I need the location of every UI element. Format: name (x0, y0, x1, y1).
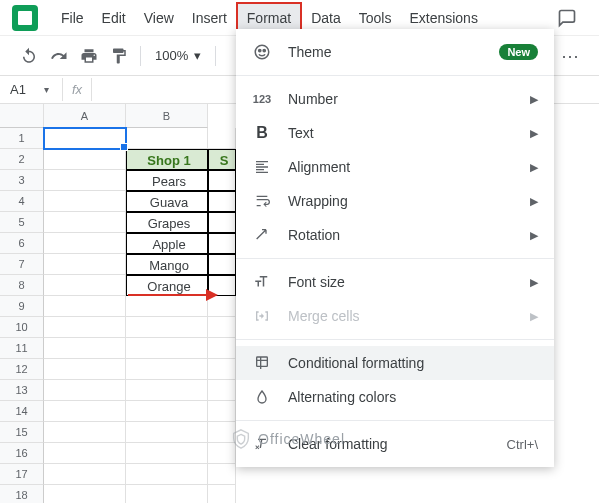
zoom-select[interactable]: 100%▾ (149, 48, 207, 63)
redo-icon[interactable] (46, 43, 72, 69)
row-header[interactable]: 1 (0, 128, 44, 149)
menu-number[interactable]: 123 Number ▶ (236, 82, 554, 116)
toolbar-more-icon[interactable]: ⋯ (561, 45, 581, 67)
menu-data[interactable]: Data (302, 4, 350, 32)
cell[interactable] (44, 485, 126, 503)
cell[interactable] (126, 128, 208, 149)
cell[interactable]: Orange (126, 275, 208, 296)
row-header[interactable]: 6 (0, 233, 44, 254)
cell[interactable]: Pears (126, 170, 208, 191)
cell[interactable] (126, 380, 208, 401)
cell[interactable] (208, 191, 236, 212)
cell[interactable] (208, 485, 236, 503)
menu-view[interactable]: View (135, 4, 183, 32)
cell[interactable] (126, 296, 208, 317)
column-header[interactable]: B (126, 104, 208, 128)
cell[interactable] (126, 443, 208, 464)
menu-tools[interactable]: Tools (350, 4, 401, 32)
cell[interactable] (208, 254, 236, 275)
menu-divider (236, 258, 554, 259)
paint-format-icon[interactable] (106, 43, 132, 69)
cell[interactable] (44, 443, 126, 464)
chevron-down-icon[interactable]: ▾ (44, 84, 62, 95)
cell[interactable] (208, 317, 236, 338)
menu-edit[interactable]: Edit (93, 4, 135, 32)
select-all-corner[interactable] (0, 104, 44, 128)
row-header[interactable]: 5 (0, 212, 44, 233)
row-header[interactable]: 13 (0, 380, 44, 401)
cell[interactable] (44, 128, 126, 149)
cell[interactable] (126, 317, 208, 338)
name-box[interactable]: A1 (0, 82, 44, 97)
cell[interactable] (44, 464, 126, 485)
cell[interactable] (44, 359, 126, 380)
menu-extensions[interactable]: Extensions (400, 4, 486, 32)
cell[interactable] (44, 254, 126, 275)
row-header[interactable]: 14 (0, 401, 44, 422)
cell[interactable] (126, 359, 208, 380)
cell[interactable] (208, 464, 236, 485)
cell[interactable] (44, 233, 126, 254)
red-arrow-annotation (128, 294, 216, 296)
cell[interactable] (44, 338, 126, 359)
row-header[interactable]: 7 (0, 254, 44, 275)
menu-alternating-colors[interactable]: Alternating colors (236, 380, 554, 414)
cell[interactable] (44, 191, 126, 212)
cell[interactable] (208, 338, 236, 359)
cell[interactable] (126, 464, 208, 485)
cell[interactable] (44, 149, 126, 170)
row-header[interactable]: 3 (0, 170, 44, 191)
comment-icon[interactable] (555, 6, 579, 30)
row-header[interactable]: 2 (0, 149, 44, 170)
print-icon[interactable] (76, 43, 102, 69)
row-header[interactable]: 4 (0, 191, 44, 212)
menu-fontsize[interactable]: Font size ▶ (236, 265, 554, 299)
cell[interactable] (44, 380, 126, 401)
menu-theme[interactable]: Theme New (236, 35, 554, 69)
menu-conditional-formatting[interactable]: Conditional formatting (236, 346, 554, 380)
cell[interactable]: Apple (126, 233, 208, 254)
row-header[interactable]: 17 (0, 464, 44, 485)
menu-insert[interactable]: Insert (183, 4, 236, 32)
row-header[interactable]: 16 (0, 443, 44, 464)
cell[interactable] (44, 296, 126, 317)
cell[interactable] (208, 380, 236, 401)
sheets-logo-icon[interactable] (12, 5, 38, 31)
row-header[interactable]: 18 (0, 485, 44, 503)
row-header[interactable]: 8 (0, 275, 44, 296)
cell[interactable]: Guava (126, 191, 208, 212)
cell[interactable] (44, 422, 126, 443)
cell[interactable] (208, 128, 236, 149)
cell[interactable]: Mango (126, 254, 208, 275)
menu-alignment[interactable]: Alignment ▶ (236, 150, 554, 184)
menu-file[interactable]: File (52, 4, 93, 32)
cell[interactable] (126, 401, 208, 422)
undo-icon[interactable] (16, 43, 42, 69)
column-header[interactable]: A (44, 104, 126, 128)
row-header[interactable]: 9 (0, 296, 44, 317)
submenu-arrow-icon: ▶ (530, 161, 538, 174)
cell[interactable] (208, 170, 236, 191)
row-header[interactable]: 12 (0, 359, 44, 380)
cell[interactable] (44, 317, 126, 338)
cell[interactable]: S (208, 149, 236, 170)
cell[interactable] (208, 401, 236, 422)
cell[interactable] (208, 233, 236, 254)
cell[interactable] (208, 359, 236, 380)
cell[interactable] (126, 485, 208, 503)
cell[interactable] (126, 422, 208, 443)
cell[interactable]: Grapes (126, 212, 208, 233)
menu-text[interactable]: B Text ▶ (236, 116, 554, 150)
row-header[interactable]: 11 (0, 338, 44, 359)
menu-wrapping[interactable]: Wrapping ▶ (236, 184, 554, 218)
cell[interactable] (44, 401, 126, 422)
cell[interactable] (44, 212, 126, 233)
cell[interactable] (44, 275, 126, 296)
row-header[interactable]: 15 (0, 422, 44, 443)
cell[interactable] (126, 338, 208, 359)
cell[interactable] (44, 170, 126, 191)
menu-rotation[interactable]: Rotation ▶ (236, 218, 554, 252)
cell[interactable]: Shop 1 (126, 149, 208, 170)
row-header[interactable]: 10 (0, 317, 44, 338)
cell[interactable] (208, 212, 236, 233)
